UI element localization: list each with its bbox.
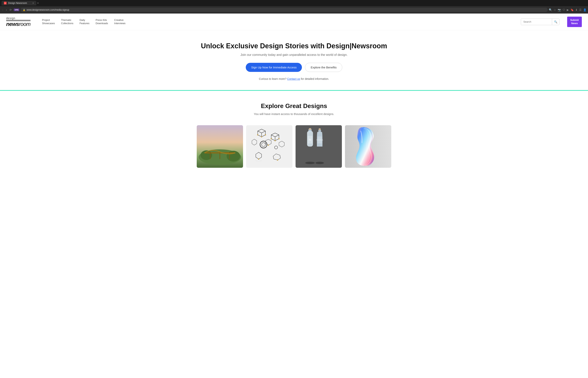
nav-links: Project Showcases Thematic Collections D… [42,19,513,25]
svg-rect-8 [246,125,293,168]
nav-thematic-collections[interactable]: Thematic Collections [61,19,73,25]
nav-link-line2: Showcases [42,22,55,25]
browser-menu-icon[interactable]: ☰ [579,8,582,11]
logo[interactable]: design newsroom [6,17,30,27]
svg-point-49 [315,162,324,164]
browser-toolbar: ‹ › ⟳ VPN 🔒 www.designnewsroom.com/media… [0,6,588,14]
hero-buttons: Sign Up Now for Immediate Access Explore… [8,63,580,72]
explore-title: Explore Great Designs [8,102,580,109]
address-bar[interactable]: 🔒 www.designnewsroom.com/media-signup [20,8,548,12]
card-3-image: N VODKA [295,125,342,168]
hero-subtitle: Join our community today and gain unpara… [8,53,580,57]
svg-point-25 [265,134,266,135]
search-button[interactable]: 🔍 [552,19,559,25]
submit-line1: Submit [570,19,579,21]
explore-subtitle: You will have instant access to thousand… [8,112,580,116]
cta-suffix: for detailed information. [301,77,329,81]
refresh-button[interactable]: ⟳ [9,8,13,12]
submit-line2: News [571,22,578,25]
svg-point-23 [261,136,262,137]
svg-text:VODKA: VODKA [316,139,323,141]
logo-room-part: room [19,21,30,27]
nav-link-line2: Downloads [96,22,108,25]
browser-tab[interactable]: n Design Newsroom × [1,1,36,5]
svg-rect-44 [319,128,321,130]
browser-titlebar: n Design Newsroom × + [0,0,588,6]
browser-camera-icon[interactable]: 📷 [558,8,561,11]
hero-cta-text: Curious to learn more? Contact us for de… [8,77,580,81]
card-1-image [197,125,243,168]
svg-rect-39 [309,128,311,130]
svg-point-29 [268,145,269,146]
cta-prefix: Curious to learn more? [259,77,286,81]
design-cards-row: N VODKA [8,125,580,168]
explore-benefits-button[interactable]: Explore the Benefits [305,63,342,72]
vpn-badge: VPN [14,9,19,11]
logo-design-text: design [6,17,30,20]
nav-link-line1: Press Kits [96,19,108,22]
design-card-4[interactable] [345,125,391,168]
website-content: design newsroom Project Showcases Themat… [0,14,588,378]
nav-link-line2: Features [79,22,89,25]
svg-text:N: N [309,138,311,141]
svg-point-27 [271,138,272,139]
design-card-1[interactable] [197,125,243,168]
logo-news-part: news [6,21,19,27]
logo-newsroom-text: newsroom [6,21,30,27]
back-button[interactable]: ‹ [1,8,4,12]
browser-bookmark-icon[interactable]: 🔖 [570,8,574,11]
nav-link-line1: Daily [79,19,89,22]
svg-point-28 [278,138,280,139]
new-tab-button[interactable]: + [37,1,39,5]
hero-title: Unlock Exclusive Design Stories with Des… [8,42,580,50]
browser-toolbar-icons: 🔍 ☆ 📷 🛡 ▶ 🔖 ⬇ ☰ 👤 [549,8,587,11]
address-text: www.designnewsroom.com/media-signup [27,9,69,11]
nav-link-line1: Thematic [61,19,73,22]
design-card-3[interactable]: N VODKA [295,125,342,168]
card-2-image [246,125,293,168]
tab-close-button[interactable]: × [32,1,34,5]
nav-link-line2: Collections [61,22,73,25]
browser-download-icon[interactable]: ⬇ [575,8,577,11]
nav-creative-interviews[interactable]: Creative Interviews [114,19,126,25]
nav-press-kits[interactable]: Press Kits Downloads [96,19,108,25]
search-box: 🔍 [521,19,559,25]
svg-point-31 [277,160,278,161]
browser-search-icon[interactable]: 🔍 [549,8,552,11]
tab-title: Design Newsroom [8,2,27,4]
nav-link-line1: Project [42,19,55,22]
browser-star-icon[interactable]: ☆ [554,8,556,11]
svg-point-48 [305,162,315,164]
contact-us-link[interactable]: Contact us [287,77,300,81]
forward-button[interactable]: › [5,8,8,12]
nav-link-line1: Creative [114,19,126,22]
design-card-2[interactable] [246,125,293,168]
browser-play-icon[interactable]: ▶ [567,8,569,11]
svg-point-30 [258,159,259,160]
browser-shield-icon[interactable]: 🛡 [562,8,565,11]
search-input[interactable] [521,19,552,25]
browser-chrome: n Design Newsroom × + ‹ › ⟳ VPN 🔒 www.de… [0,0,588,14]
main-nav: design newsroom Project Showcases Themat… [0,14,588,30]
lock-icon: 🔒 [23,9,26,11]
svg-point-26 [274,140,276,141]
signup-button[interactable]: Sign Up Now for Immediate Access [246,63,302,72]
submit-news-button[interactable]: Submit News [567,17,582,27]
card-4-image [345,125,391,168]
hero-section: Unlock Exclusive Design Stories with Des… [0,30,588,90]
nav-daily-features[interactable]: Daily Features [79,19,89,25]
svg-rect-43 [318,130,321,132]
explore-section: Explore Great Designs You will have inst… [0,91,588,176]
tab-favicon: n [4,2,7,4]
search-icon: 🔍 [554,20,557,23]
svg-point-24 [257,134,258,135]
nav-link-line2: Interviews [114,22,126,25]
nav-project-showcases[interactable]: Project Showcases [42,19,55,25]
browser-profile-icon[interactable]: 👤 [583,8,587,11]
